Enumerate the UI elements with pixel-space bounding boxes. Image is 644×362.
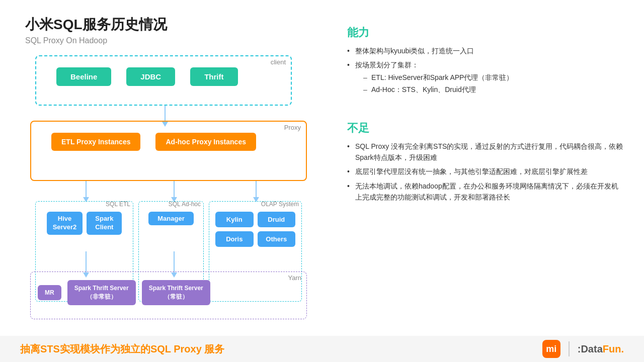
sql-adhoc-label: SQL Ad-hoc: [169, 201, 201, 208]
proxy-label: Proxy: [284, 124, 301, 131]
thrift-button[interactable]: Thrift: [190, 67, 237, 86]
logo-divider: [569, 341, 570, 356]
shortcoming-item-2: 底层引擎代理层没有统一抽象，与其他引擎适配困难，对底层引擎扩展性差: [347, 166, 624, 177]
mi-label: mi: [546, 344, 556, 354]
olap-grid: Kylin Druid Doris Others: [209, 202, 301, 252]
ability-sub-list: ETL: HiveServer和Spark APP代理（非常驻） Ad-Hoc：…: [355, 72, 624, 96]
yarn-label: Yarn: [288, 274, 302, 282]
arrow-proxy-to-olap: [253, 181, 259, 202]
ability-item-1: 整体架构与kyuubi类似，打造统一入口: [347, 45, 624, 56]
left-panel: 小米SQL服务历史情况 SQL Proxy On Hadoop client B…: [25, 15, 327, 352]
arrow-line6: [174, 251, 175, 273]
datafun-data-text: :Data: [578, 343, 603, 354]
proxy-buttons: ETL Proxy Instances Ad-hoc Proxy Instanc…: [31, 122, 306, 162]
beeline-button[interactable]: Beeline: [56, 67, 111, 86]
sql-etl-label: SQL ETL: [106, 201, 130, 208]
hive-server2-button[interactable]: HiveServer2: [47, 212, 83, 235]
arrow-line: [165, 106, 166, 122]
ability-item-2: 按场景划分了集群： ETL: HiveServer和Spark APP代理（非常…: [347, 59, 624, 95]
etl-proxy-button[interactable]: ETL Proxy Instances: [51, 133, 140, 151]
footer-text: 抽离STS实现模块作为独立的SQL Proxy 服务: [20, 342, 224, 356]
ability-sub-item-2: Ad-Hoc：STS、Kylin、Druid代理: [363, 84, 624, 95]
shortcoming-list: SQL Proxy 没有完全剥离STS的实现，通过反射的方式进行复用，代码耦合很…: [347, 141, 624, 203]
yarn-box: Yarn MR Spark Thrift Server（非常驻） Spark T…: [30, 272, 307, 319]
client-box: client Beeline JDBC Thrift: [35, 55, 292, 106]
diagram: client Beeline JDBC Thrift Proxy ETL Pro…: [25, 55, 317, 307]
adhoc-proxy-button[interactable]: Ad-hoc Proxy Instances: [155, 133, 256, 151]
logo-area: mi :DataFun.: [542, 340, 624, 358]
yarn-nodes: MR Spark Thrift Server（非常驻） Spark Thrift…: [31, 272, 306, 309]
arrow-line3: [174, 181, 175, 197]
ability-list: 整体架构与kyuubi类似，打造统一入口 按场景划分了集群： ETL: Hive…: [347, 45, 624, 99]
ability-title: 能力: [347, 25, 624, 40]
kylin-button[interactable]: Kylin: [215, 212, 254, 227]
manager-button[interactable]: Manager: [148, 212, 194, 225]
datafun-fun-text: Fun.: [603, 343, 624, 354]
ability-sub-item-1: ETL: HiveServer和Spark APP代理（非常驻）: [363, 72, 624, 83]
others-button[interactable]: Others: [258, 231, 296, 247]
mr-button[interactable]: MR: [38, 285, 61, 300]
shortcoming-section: 不足 SQL Proxy 没有完全剥离STS的实现，通过反射的方式进行复用，代码…: [347, 116, 624, 212]
jdbc-button[interactable]: JDBC: [126, 67, 175, 86]
druid-button[interactable]: Druid: [258, 212, 296, 227]
right-panel: 能力 整体架构与kyuubi类似，打造统一入口 按场景划分了集群： ETL: H…: [347, 15, 624, 352]
arrow-line4: [256, 181, 257, 197]
client-label: client: [271, 58, 286, 66]
olap-label: OLAP System: [261, 201, 299, 208]
doris-button[interactable]: Doris: [215, 231, 254, 247]
spark-thrift-server1-button[interactable]: Spark Thrift Server（非常驻）: [67, 280, 136, 305]
client-buttons: Beeline JDBC Thrift: [36, 56, 291, 97]
bottom-bar: 抽离STS实现模块作为独立的SQL Proxy 服务 mi :DataFun.: [0, 336, 644, 362]
arrow-proxy-to-adhoc: [171, 181, 177, 202]
arrow-proxy-to-etl: [83, 181, 89, 202]
shortcoming-title: 不足: [347, 121, 624, 136]
spark-thrift-server2-button[interactable]: Spark Thrift Server（常驻）: [142, 280, 210, 305]
mi-logo: mi: [542, 340, 560, 358]
datafun-logo: :DataFun.: [578, 343, 624, 355]
page-title: 小米SQL服务历史情况: [25, 15, 327, 34]
spark-client-button[interactable]: SparkClient: [87, 212, 122, 235]
page-subtitle: SQL Proxy On Hadoop: [25, 36, 327, 45]
arrow-line5: [86, 251, 87, 273]
shortcoming-item-3: 无法本地调试，依赖hadoop配置，在办公和服务环境网络隔离情况下，必须在开发机…: [347, 180, 624, 203]
arrow-line2: [86, 181, 87, 197]
main-container: 小米SQL服务历史情况 SQL Proxy On Hadoop client B…: [0, 0, 644, 362]
proxy-box: Proxy ETL Proxy Instances Ad-hoc Proxy I…: [30, 121, 307, 181]
shortcoming-item-1: SQL Proxy 没有完全剥离STS的实现，通过反射的方式进行复用，代码耦合很…: [347, 141, 624, 163]
